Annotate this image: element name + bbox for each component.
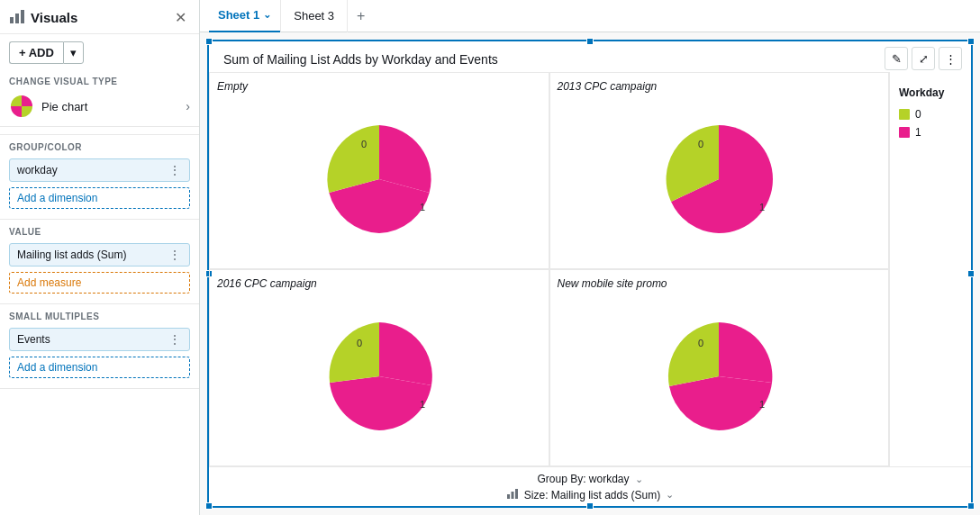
group-color-label: GROUP/COLOR: [0, 135, 199, 156]
tab-sheet1[interactable]: Sheet 1 ⌄: [209, 0, 280, 32]
chart-cell-0: Empty 0 1: [209, 72, 549, 269]
sidebar-title: Visuals: [9, 8, 77, 27]
resize-handle-bc[interactable]: [586, 502, 594, 510]
group-color-section: GROUP/COLOR workday ⋮ Add a dimension: [0, 135, 199, 220]
svg-rect-5: [511, 492, 513, 499]
add-dimension-button-2[interactable]: Add a dimension: [9, 357, 190, 378]
resize-handle-br[interactable]: [967, 502, 975, 510]
sidebar-title-text: Visuals: [31, 10, 77, 25]
pie-wrapper-2: 0 1: [321, 294, 438, 458]
chart-expand-button[interactable]: ⤢: [912, 47, 935, 70]
resize-handle-mr[interactable]: [967, 270, 975, 277]
legend-swatch-1: [899, 127, 910, 138]
svg-rect-6: [515, 489, 518, 499]
small-field-pill[interactable]: Events ⋮: [9, 328, 190, 351]
charts-grid-and-legend: Empty 0 1: [209, 72, 971, 466]
tab-add-icon: +: [357, 8, 365, 24]
visual-type-row[interactable]: Pie chart ›: [0, 90, 199, 127]
svg-rect-4: [507, 494, 510, 499]
pie-1-label1: 1: [759, 202, 765, 212]
pie-chart-2: 0 1: [321, 318, 438, 435]
add-row: + ADD ▾: [0, 34, 199, 69]
add-dimension-button-1[interactable]: Add a dimension: [9, 187, 190, 209]
group-field-pill[interactable]: workday ⋮: [9, 158, 190, 182]
legend-item-1: 1: [899, 126, 962, 139]
small-field-text: Events: [17, 333, 50, 346]
close-sidebar-button[interactable]: ✕: [171, 7, 190, 28]
pie-chart-icon: [9, 94, 34, 119]
pie-0-label0: 0: [361, 139, 367, 149]
pie-wrapper-1: 0 1: [660, 96, 777, 261]
chart-toolbar: ✎ ⤢ ⋮: [885, 47, 962, 70]
charts-grid: Empty 0 1: [209, 72, 890, 466]
chart-cell-2: 2016 CPC campaign 0 1: [209, 269, 549, 466]
value-label: VALUE: [0, 220, 199, 240]
more-icon: ⋮: [945, 52, 957, 66]
canvas-area: Sum of Mailing List Adds by Workday and …: [200, 32, 980, 515]
add-button[interactable]: + ADD: [9, 41, 63, 64]
group-field-menu[interactable]: ⋮: [168, 163, 182, 177]
cell-title-0: Empty: [217, 80, 541, 93]
pie-chart-3: 0 1: [660, 318, 777, 435]
group-field-text: workday: [17, 164, 58, 176]
change-visual-label: CHANGE VISUAL TYPE: [0, 69, 199, 90]
add-dropdown-button[interactable]: ▾: [63, 41, 84, 64]
svg-rect-0: [10, 17, 14, 23]
small-multiples-section: SMALL MULTIPLES Events ⋮ Add a dimension: [0, 304, 199, 389]
pie-2-label0: 0: [357, 338, 362, 348]
legend-panel: Workday 0 1: [890, 72, 971, 466]
legend-item-0: 0: [899, 108, 962, 121]
chart-cell-3: New mobile site promo 0 1: [549, 269, 890, 466]
pie-chart-1: 0 1: [660, 121, 777, 238]
sidebar-header: Visuals ✕: [0, 0, 199, 34]
pie-wrapper-0: 0 1: [321, 96, 438, 261]
pie-2-label1: 1: [420, 399, 425, 410]
footer-size-chevron[interactable]: ⌄: [666, 489, 674, 501]
cell-title-2: 2016 CPC campaign: [217, 277, 541, 290]
footer-group-chevron[interactable]: ⌄: [635, 474, 643, 485]
visuals-icon: [9, 8, 25, 27]
cell-title-3: New mobile site promo: [558, 277, 882, 290]
svg-rect-1: [15, 14, 19, 23]
visual-type-arrow: ›: [186, 99, 190, 113]
legend-label-0: 0: [915, 108, 921, 121]
footer-group-text: Group By: workday: [537, 473, 629, 485]
resize-handle-bl[interactable]: [205, 502, 213, 510]
visual-type-name: Pie chart: [41, 100, 178, 113]
pie-1-label0: 0: [698, 139, 703, 149]
pie-wrapper-3: 0 1: [660, 294, 777, 458]
small-field-menu[interactable]: ⋮: [168, 332, 182, 347]
footer-size-icon: [506, 487, 519, 502]
pie-chart-0: 0 1: [321, 121, 438, 238]
tab-sheet1-chevron: ⌄: [263, 9, 271, 21]
resize-handle-tl[interactable]: [205, 38, 213, 45]
value-field-pill[interactable]: Mailing list adds (Sum) ⋮: [9, 243, 190, 267]
value-section: VALUE Mailing list adds (Sum) ⋮ Add meas…: [0, 220, 199, 304]
legend-swatch-0: [899, 109, 910, 120]
tab-sheet3-label: Sheet 3: [294, 9, 334, 23]
legend-label-1: 1: [915, 126, 921, 139]
sidebar: Visuals ✕ + ADD ▾ CHANGE VISUAL TYPE Pie…: [0, 0, 200, 515]
legend-title: Workday: [899, 86, 962, 99]
footer-group-row: Group By: workday ⌄: [537, 473, 642, 485]
chart-cell-1: 2013 CPC campaign 0 1: [549, 72, 890, 269]
value-field-menu[interactable]: ⋮: [168, 248, 182, 262]
value-field-text: Mailing list adds (Sum): [17, 248, 126, 261]
tab-sheet1-label: Sheet 1: [218, 8, 259, 22]
main-area: Sheet 1 ⌄ Sheet 3 + Sum of Mailing List …: [200, 0, 980, 515]
add-measure-button[interactable]: Add measure: [9, 272, 190, 294]
tab-add-button[interactable]: +: [347, 0, 374, 32]
resize-handle-tr[interactable]: [967, 38, 975, 45]
expand-icon: ⤢: [919, 52, 929, 66]
tab-sheet3[interactable]: Sheet 3: [280, 0, 347, 32]
tab-bar: Sheet 1 ⌄ Sheet 3 +: [200, 0, 980, 32]
footer-size-row: Size: Mailing list adds (Sum) ⌄: [506, 487, 674, 502]
pie-0-label1: 1: [420, 202, 425, 212]
chart-edit-button[interactable]: ✎: [885, 47, 908, 70]
visual-type-section: CHANGE VISUAL TYPE Pie chart ›: [0, 69, 199, 135]
cell-title-1: 2013 CPC campaign: [558, 80, 882, 93]
small-multiples-label: SMALL MULTIPLES: [0, 304, 199, 325]
resize-handle-tc[interactable]: [586, 38, 594, 45]
chart-more-button[interactable]: ⋮: [939, 47, 962, 70]
chart-title: Sum of Mailing List Adds by Workday and …: [209, 41, 971, 72]
